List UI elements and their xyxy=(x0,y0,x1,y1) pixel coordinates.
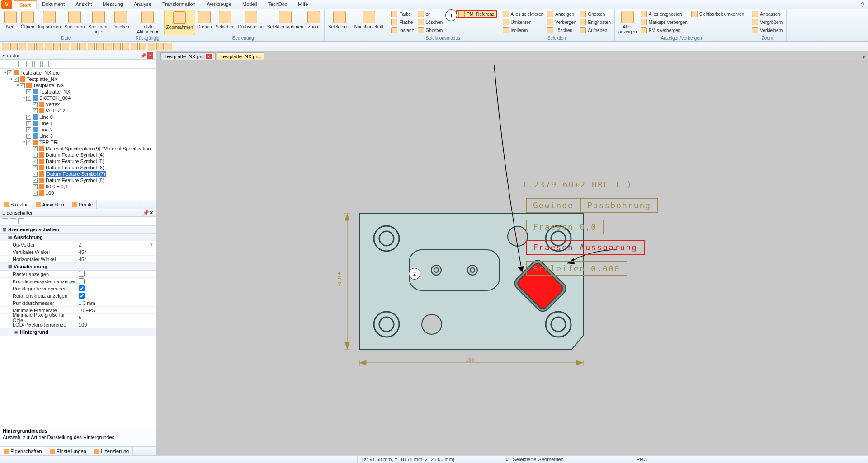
prop-category[interactable]: ▣Szeneneigenschaften xyxy=(0,226,156,234)
hide-button[interactable]: Verbergen xyxy=(545,18,578,26)
show-all-button[interactable]: Alles anzeigen xyxy=(617,10,639,35)
import-button[interactable]: Importieren xyxy=(36,10,63,35)
menu-tab-werkzeuge[interactable]: Werkzeuge xyxy=(201,0,237,9)
prop-row[interactable]: LOD-Pixelgrößengrenze100 xyxy=(0,321,156,328)
tree-tool[interactable] xyxy=(10,61,16,67)
pmi-reference-button[interactable]: PMI Referenz xyxy=(456,10,496,18)
quick-tool[interactable] xyxy=(122,43,129,50)
selectframe-button[interactable]: Selektionsrahmen xyxy=(265,10,305,35)
menu-tab-transformation[interactable]: Transformation xyxy=(157,0,201,9)
tree-node[interactable]: Line 2 xyxy=(1,126,155,133)
prop-row[interactable]: Vertikaler Winkel45° xyxy=(0,248,156,256)
quick-tool[interactable] xyxy=(10,43,18,50)
tab-dropdown[interactable]: ▾ xyxy=(863,54,865,60)
invert-button[interactable]: Umkehren xyxy=(501,18,546,26)
ghost-button[interactable]: Ghosten xyxy=(578,10,613,18)
tree-node[interactable]: Vertex12 xyxy=(1,108,155,114)
quick-tool[interactable] xyxy=(139,43,146,50)
tree-node[interactable]: Line 3 xyxy=(1,133,155,139)
prop-row[interactable]: Raster anzeigen xyxy=(0,271,156,278)
turntable-button[interactable]: Drehscheibe xyxy=(236,10,265,35)
quick-tool[interactable] xyxy=(45,43,52,50)
tree-node[interactable]: Datum Feature Symbol (4) xyxy=(1,152,155,158)
viewport-3d[interactable]: 60,0 ± 100 xyxy=(156,60,868,455)
pin-icon[interactable]: 📌 xyxy=(143,210,149,216)
quick-tool[interactable] xyxy=(88,43,95,50)
prop-row[interactable]: Horizontaler Winkel45° xyxy=(0,256,156,263)
menu-tab-analyse[interactable]: Analyse xyxy=(128,0,157,9)
quick-tool[interactable] xyxy=(28,43,35,50)
quick-tool[interactable] xyxy=(19,43,26,50)
quick-tool[interactable] xyxy=(131,43,138,50)
prop-category[interactable]: ▣Ausrichtung xyxy=(0,234,156,241)
quick-tool[interactable] xyxy=(148,43,155,50)
tree-node[interactable]: Datum Feature Symbol (7) xyxy=(1,171,155,177)
tree-node[interactable]: Line 1 xyxy=(1,120,155,126)
pmi-passbohrung[interactable]: Passbohrung xyxy=(580,198,658,213)
quick-tool[interactable] xyxy=(2,43,9,50)
tab-lizenzierung[interactable]: Lizenzierung xyxy=(90,447,133,455)
close-icon[interactable]: ✕ xyxy=(206,54,212,59)
props-tool[interactable] xyxy=(2,218,8,224)
tree-node[interactable]: ▾Testplatte_NX.prc xyxy=(1,70,155,76)
help-icon[interactable]: ? xyxy=(861,1,864,8)
isolate-button[interactable]: Isolieren xyxy=(501,26,546,34)
properties-grid[interactable]: ▣Szeneneigenschaften ▣Ausrichtung Up-Vek… xyxy=(0,226,156,426)
zoomframe-button[interactable]: Zoomrahmen xyxy=(164,10,195,35)
close-icon[interactable]: ✕ xyxy=(147,52,153,59)
tab-profile[interactable]: Profile xyxy=(68,200,97,209)
zoom-button[interactable]: Zoom xyxy=(305,10,322,35)
quick-tool[interactable] xyxy=(62,43,69,50)
unghost-button[interactable]: Entghosten xyxy=(578,18,613,26)
delete-button[interactable]: Löschen xyxy=(545,26,578,34)
neighborhood-button[interactable]: Nachbarschaft xyxy=(353,10,385,35)
tree-node[interactable]: Datum Feature Symbol (8) xyxy=(1,177,155,183)
quick-tool[interactable] xyxy=(156,43,164,50)
tree-tool[interactable] xyxy=(2,61,8,67)
prop-row[interactable]: Rotationskreuz anzeigen xyxy=(0,292,156,299)
menu-tab-modell[interactable]: Modell xyxy=(237,0,262,9)
mode-btn[interactable]: en xyxy=(416,10,445,18)
clear-button[interactable]: Aufheben xyxy=(578,26,613,34)
quick-tool[interactable] xyxy=(105,43,112,50)
tree-node[interactable]: ▾SKETCH_004 xyxy=(1,95,155,101)
quick-tool[interactable] xyxy=(36,43,43,50)
close-icon[interactable]: ✕ xyxy=(149,210,153,216)
print-button[interactable]: Drucken xyxy=(111,10,131,35)
quick-tool[interactable] xyxy=(71,43,78,50)
menu-tab-start[interactable]: Start xyxy=(14,0,37,9)
prop-row[interactable]: Punktdurchmesser1.3 mm xyxy=(0,299,156,307)
tab-ansichten[interactable]: Ansichten xyxy=(32,200,68,209)
tree-node[interactable]: Datum Feature Symbol (6) xyxy=(1,164,155,171)
tree-node[interactable]: Material Specification (9) "Material Spe… xyxy=(1,145,155,152)
tree-node[interactable]: Testplatte_NX xyxy=(1,89,155,95)
tree-tool[interactable] xyxy=(18,61,24,67)
ghost-mode-button[interactable]: Ghosten xyxy=(416,26,445,34)
hide-markups-button[interactable]: Markups verbergen xyxy=(639,18,689,26)
menu-tab-hilfe[interactable]: Hilfe xyxy=(292,0,313,9)
tab-struktur[interactable]: Struktur xyxy=(0,200,32,209)
checkbox[interactable] xyxy=(79,285,85,291)
menu-tab-messung[interactable]: Messung xyxy=(97,0,128,9)
save-button[interactable]: Speichern xyxy=(63,10,87,35)
face-mode-button[interactable]: Fläche xyxy=(389,18,415,26)
quick-tool[interactable] xyxy=(113,43,121,50)
tree-node[interactable]: ▾Testplatte_NX xyxy=(1,82,155,89)
delete-mode-button[interactable]: Löschen xyxy=(416,18,445,26)
pmi-gewinde[interactable]: Gewinde xyxy=(526,198,581,213)
save-as-button[interactable]: Speichern unter xyxy=(87,10,111,35)
select-all-button[interactable]: Alles selektieren xyxy=(501,10,546,18)
select-button[interactable]: Selektieren xyxy=(326,10,353,35)
tree-node[interactable]: Vertex11 xyxy=(1,101,155,108)
tab-einstellungen[interactable]: Einstellungen xyxy=(46,447,90,455)
tree-tool[interactable] xyxy=(42,61,49,67)
zoom-in-button[interactable]: Vergrößern xyxy=(750,18,784,26)
pmi-schleifen[interactable]: Schleifen 0,000 xyxy=(526,261,627,276)
open-button[interactable]: Öffnen xyxy=(19,10,36,35)
tree-tool[interactable] xyxy=(26,61,33,67)
prop-category[interactable]: ▣Hintergrund xyxy=(0,328,156,336)
tree-tool[interactable] xyxy=(34,61,41,67)
prop-category[interactable]: ▣Visualisierung xyxy=(0,263,156,271)
tree-node[interactable]: ▾TFR-TRI xyxy=(1,139,155,145)
undo-button[interactable]: Letzte Aktionen ▾ xyxy=(135,10,160,35)
